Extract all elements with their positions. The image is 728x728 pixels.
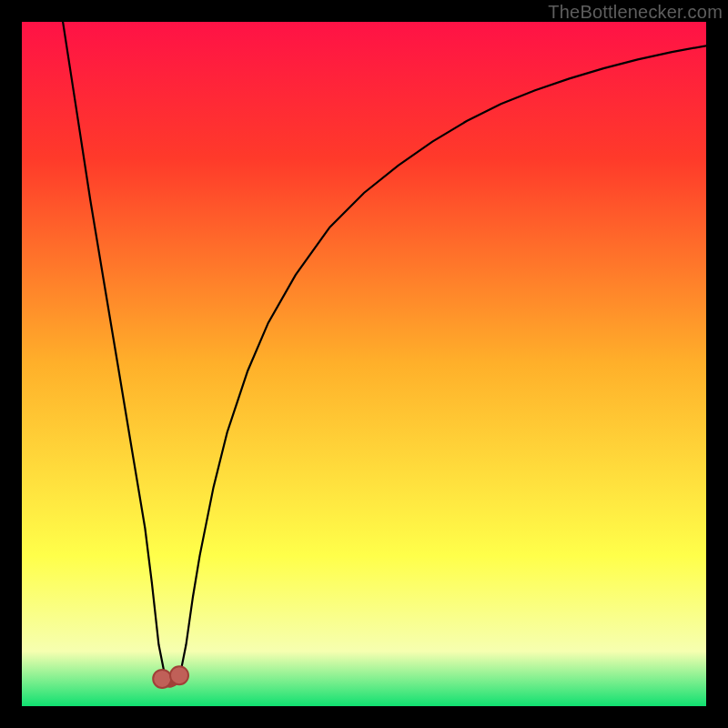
curve-marker-1 <box>170 666 188 684</box>
chart-frame <box>22 22 706 706</box>
bottleneck-plot <box>22 22 706 706</box>
watermark-text: TheBottlenecker.com <box>548 2 723 23</box>
curve-marker-0 <box>153 670 171 688</box>
gradient-background <box>22 22 706 706</box>
